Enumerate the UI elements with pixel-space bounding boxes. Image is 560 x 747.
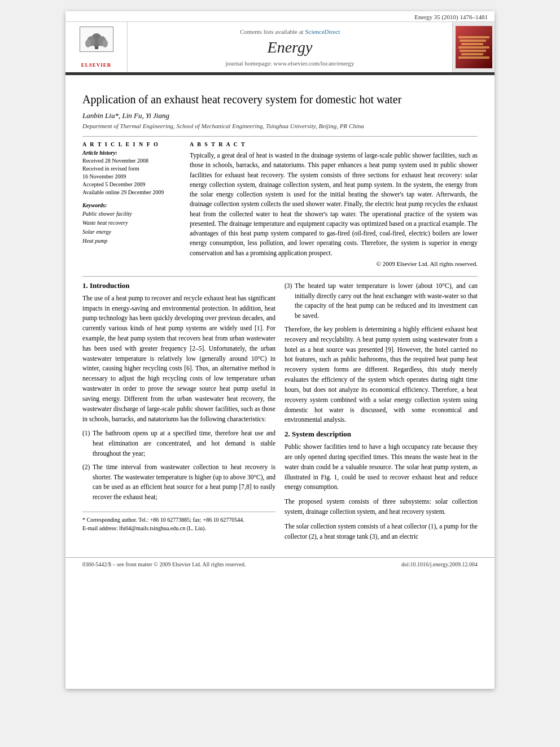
footer-license: 0360-5442/$ – see front matter © 2009 El… (82, 561, 246, 567)
keyword-2: Solar energy (82, 228, 178, 237)
history-label: Article history: (82, 150, 178, 156)
elsevier-brand-text: ELSEVIER (81, 62, 112, 68)
svg-point-4 (85, 40, 91, 47)
keywords-list: Public shower facility Waste heat recove… (82, 209, 178, 246)
list-text-3: The heated tap water temperature is lowe… (295, 282, 478, 319)
journal-header: Energy 35 (2010) 1476–1481 (65, 11, 495, 73)
article-info: A R T I C L E I N F O Article history: R… (82, 141, 178, 267)
journal-homepage: journal homepage: www.elsevier.com/locat… (225, 60, 354, 67)
journal-center: Contents lists available at ScienceDirec… (128, 22, 452, 72)
system-desc-title: 2. System description (285, 430, 478, 439)
keyword-0: Public shower facility (82, 209, 178, 219)
right-column: (3) The heated tap water temperature is … (285, 281, 478, 547)
list-num-1: (1) (82, 429, 90, 439)
affiliation: Department of Thermal Engineering, Schoo… (82, 123, 478, 129)
cover-lines (458, 35, 489, 60)
abstract-section: A B S T R A C T Typically, a great deal … (190, 141, 478, 267)
elsevier-tree-svg (82, 29, 111, 50)
keywords-label: Keywords: (82, 202, 178, 208)
intro-paragraph-1: The use of a heat pump to recover and re… (82, 294, 275, 425)
intro-list-item-2: (2) The time interval from wastewater co… (82, 462, 275, 503)
intro-list-item-3: (3) The heated tap water temperature is … (285, 281, 478, 321)
list-text-1: The bathroom opens up at a specified tim… (93, 430, 275, 457)
article-title: Application of an exhaust heat recovery … (82, 92, 478, 107)
footer-doi: doi:10.1016/j.energy.2009.12.004 (401, 561, 478, 567)
footnote-area: * Corresponding author. Tel.: +86 10 627… (82, 512, 275, 532)
history-line-3: Accepted 5 December 2009 (82, 181, 178, 189)
journal-name: Energy (268, 38, 313, 56)
keyword-3: Heat pump (82, 237, 178, 246)
keyword-1: Waste heat recovery (82, 219, 178, 228)
list-num-2: (2) (82, 462, 90, 473)
abstract-heading: A B S T R A C T (190, 141, 478, 147)
elsevier-logo: ELSEVIER (65, 22, 128, 72)
article-body: Application of an exhaust heat recovery … (65, 75, 495, 557)
article-info-heading: A R T I C L E I N F O (82, 141, 178, 147)
intro-section-title: 1. Introduction (82, 281, 275, 290)
divider-1 (82, 136, 478, 137)
journal-branding: ELSEVIER Contents lists available at Sci… (65, 22, 495, 72)
footnote-corresponding: * Corresponding author. Tel.: +86 10 627… (82, 516, 275, 524)
sciencedirect-anchor[interactable]: ScienceDirect (305, 28, 340, 35)
journal-ref-bar: Energy 35 (2010) 1476–1481 (65, 11, 495, 22)
system-desc-p1: Public shower facilities tend to have a … (285, 442, 478, 492)
list-num-3: (3) (285, 281, 292, 291)
svg-point-5 (102, 40, 108, 47)
sciencedirect-link: Contents lists available at ScienceDirec… (240, 28, 340, 35)
authors: Lanbin Liu*, Lin Fu, Yi Jiang (82, 111, 478, 120)
article-page: Energy 35 (2010) 1476–1481 (65, 11, 495, 689)
journal-ref: Energy 35 (2010) 1476–1481 (414, 14, 488, 20)
history-line-4: Available online 29 December 2009 (82, 189, 178, 196)
divider-2 (82, 276, 478, 277)
main-columns: 1. Introduction The use of a heat pump t… (82, 281, 478, 547)
history-line-1: Received in revised form (82, 165, 178, 173)
logo-box (74, 27, 119, 60)
system-desc-p3: The solar collection system consists of … (285, 522, 478, 542)
abstract-text: Typically, a great deal of heat is waste… (190, 151, 478, 258)
intro-paragraph-after-list: Therefore, the key problem is determinin… (285, 325, 478, 425)
cover-thumbnail (456, 26, 492, 68)
abstract-copyright: © 2009 Elsevier Ltd. All rights reserved… (190, 260, 478, 267)
list-text-2: The time interval from wastewater collec… (93, 464, 275, 500)
intro-list-item-1: (1) The bathroom opens up at a specified… (82, 429, 275, 458)
left-column: 1. Introduction The use of a heat pump t… (82, 281, 275, 547)
journal-cover-image (452, 22, 495, 72)
history-line-2: 16 November 2009 (82, 173, 178, 181)
info-abstract-section: A R T I C L E I N F O Article history: R… (82, 141, 478, 267)
system-desc-p2: The proposed system consists of three su… (285, 497, 478, 517)
history-line-0: Received 28 November 2008 (82, 157, 178, 165)
keywords-section: Keywords: Public shower facility Waste h… (82, 202, 178, 246)
footnote-email: E-mail address: lfu04@mails.tsinghua.edu… (82, 524, 275, 532)
article-history-section: Article history: Received 28 November 20… (82, 150, 178, 196)
logo-tree-icon (80, 27, 113, 52)
footer-bar: 0360-5442/$ – see front matter © 2009 El… (65, 557, 495, 571)
